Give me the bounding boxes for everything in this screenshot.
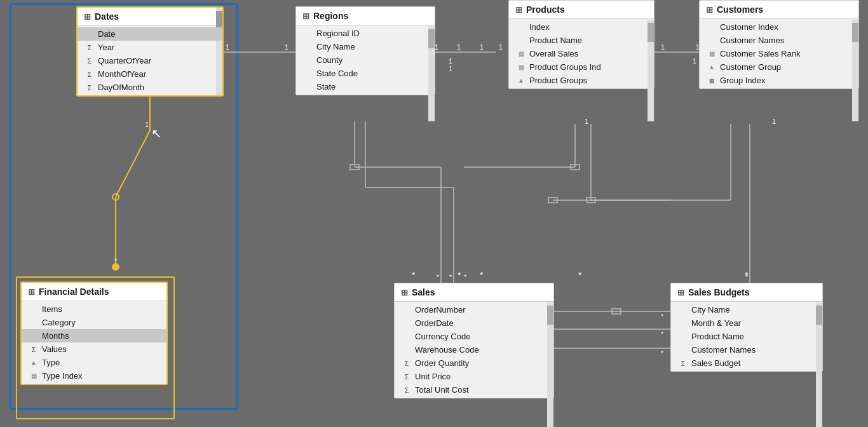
regions-table-title: Regions <box>313 11 348 21</box>
field-quarterofyear-icon: Σ <box>85 57 94 65</box>
field-months[interactable]: Months <box>22 329 166 342</box>
field-group-index[interactable]: ▦ Group Index <box>700 74 858 87</box>
field-items[interactable]: Items <box>22 302 166 316</box>
field-warehouse-code[interactable]: Warehouse Code <box>395 343 553 356</box>
field-items-label: Items <box>42 304 62 314</box>
svg-rect-28 <box>587 198 595 203</box>
field-year[interactable]: Σ Year <box>78 41 222 54</box>
field-dayofmonth[interactable]: Σ DayOfMonth <box>78 81 222 94</box>
field-total-unit-cost-label: Total Unit Cost <box>415 385 469 395</box>
svg-text:*: * <box>464 273 467 281</box>
field-customer-sales-rank[interactable]: ▦ Customer Sales Rank <box>700 47 858 60</box>
field-order-date[interactable]: OrderDate <box>395 316 553 330</box>
svg-text:*: * <box>412 270 416 280</box>
field-month-year[interactable]: Month & Year <box>671 316 822 330</box>
customers-table: ⊞ Customers Customer Index Customer Name… <box>699 0 859 89</box>
regions-table: ⊞ Regions Regional ID City Name County S… <box>295 6 435 95</box>
financial-table: ⊞ Financial Details Items Category Month… <box>20 281 168 385</box>
dates-table-header: ⊞ Dates <box>78 8 222 26</box>
field-sb-product-name-label: Product Name <box>691 332 744 341</box>
customers-table-header: ⊞ Customers <box>700 1 858 19</box>
field-customer-sales-rank-label: Customer Sales Rank <box>720 49 800 58</box>
field-total-unit-cost[interactable]: Σ Total Unit Cost <box>395 383 553 396</box>
field-product-groups[interactable]: ▲ Product Groups <box>509 74 654 87</box>
svg-text:*: * <box>578 270 582 280</box>
sales-table-header: ⊞ Sales <box>395 283 553 302</box>
field-index[interactable]: Index <box>509 20 654 34</box>
sales-table-title: Sales <box>412 287 435 297</box>
field-type-index[interactable]: ▦ Type Index <box>22 369 166 383</box>
products-table-title: Products <box>526 4 565 15</box>
field-unit-price-label: Unit Price <box>415 372 451 381</box>
field-product-groups-ind-icon: ▦ <box>517 64 526 71</box>
field-group-index-icon: ▦ <box>707 78 716 84</box>
field-overall-sales[interactable]: ▦ Overall Sales <box>509 47 654 60</box>
field-year-label: Year <box>98 43 114 52</box>
dates-table-title: Dates <box>95 11 119 22</box>
field-customer-group[interactable]: ▲ Customer Group <box>700 60 858 74</box>
svg-text:*: * <box>661 349 664 357</box>
field-customer-group-label: Customer Group <box>720 62 781 72</box>
svg-text:*: * <box>745 270 749 280</box>
field-state-code[interactable]: State Code <box>296 67 435 80</box>
regions-table-header: ⊞ Regions <box>296 7 435 25</box>
svg-text:1: 1 <box>480 43 484 51</box>
field-product-name[interactable]: Product Name <box>509 34 654 47</box>
field-county-label: County <box>316 55 342 65</box>
field-overall-sales-label: Overall Sales <box>529 49 578 58</box>
field-sb-sales-budget[interactable]: Σ Sales Budget <box>671 356 822 370</box>
svg-text:*: * <box>480 270 484 280</box>
field-quarterofyear-label: QuarterOfYear <box>98 56 151 65</box>
svg-rect-13 <box>350 165 359 170</box>
field-unit-price-icon: Σ <box>402 373 411 381</box>
field-quarterofyear[interactable]: Σ QuarterOfYear <box>78 54 222 67</box>
financial-table-body: Items Category Months Σ Values ▲ Type ▦ … <box>22 301 166 384</box>
dates-table: ⊞ Dates Date Σ Year Σ QuarterOfYear Σ Mo… <box>76 6 224 97</box>
field-city-name-r-label: City Name <box>316 42 355 51</box>
canvas: 1 * 1 1 * * 1 1 * 1 1 <box>0 0 868 427</box>
field-currency-code[interactable]: Currency Code <box>395 330 553 343</box>
field-monthofyear[interactable]: Σ MonthOfYear <box>78 67 222 81</box>
field-unit-price[interactable]: Σ Unit Price <box>395 370 553 383</box>
field-product-groups-icon: ▲ <box>517 77 526 84</box>
field-product-groups-ind[interactable]: ▦ Product Groups Ind <box>509 60 654 74</box>
field-order-number[interactable]: OrderNumber <box>395 303 553 316</box>
sales-budgets-table: ⊞ Sales Budgets City Name Month & Year P… <box>670 283 823 372</box>
svg-text:1: 1 <box>693 57 696 65</box>
field-order-number-label: OrderNumber <box>415 305 465 315</box>
svg-text:*: * <box>449 273 452 281</box>
financial-table-icon: ⊞ <box>28 287 35 297</box>
field-type[interactable]: ▲ Type <box>22 356 166 369</box>
field-order-quantity[interactable]: Σ Order Quantity <box>395 356 553 370</box>
field-county[interactable]: County <box>296 53 435 67</box>
field-regional-id-label: Regional ID <box>316 29 360 38</box>
field-date[interactable]: Date <box>78 27 222 41</box>
field-sb-city-name[interactable]: City Name <box>671 303 822 316</box>
field-regional-id[interactable]: Regional ID <box>296 27 435 40</box>
field-customer-index[interactable]: Customer Index <box>700 20 858 34</box>
field-category[interactable]: Category <box>22 316 166 329</box>
field-sb-product-name[interactable]: Product Name <box>671 330 822 343</box>
sales-budgets-table-body: City Name Month & Year Product Name Cust… <box>671 302 822 371</box>
field-state-code-label: State Code <box>316 69 358 78</box>
field-category-label: Category <box>42 318 76 327</box>
financial-table-header: ⊞ Financial Details <box>22 283 166 301</box>
svg-text:*: * <box>661 330 664 338</box>
field-year-icon: Σ <box>85 44 94 51</box>
customers-table-title: Customers <box>717 4 763 15</box>
svg-text:1: 1 <box>661 43 665 51</box>
field-values[interactable]: Σ Values <box>22 342 166 356</box>
customers-table-body: Customer Index Customer Names ▦ Customer… <box>700 19 858 88</box>
field-state[interactable]: State <box>296 80 435 93</box>
field-customer-names-label: Customer Names <box>720 36 784 45</box>
field-dayofmonth-icon: Σ <box>85 84 94 92</box>
products-table: ⊞ Products Index Product Name ▦ Overall … <box>508 0 654 89</box>
field-index-label: Index <box>529 22 550 32</box>
field-group-index-label: Group Index <box>720 76 766 85</box>
field-sb-customer-names[interactable]: Customer Names <box>671 343 822 356</box>
field-order-date-label: OrderDate <box>415 318 454 328</box>
svg-text:*: * <box>437 273 440 281</box>
field-customer-names[interactable]: Customer Names <box>700 34 858 47</box>
field-city-name-r[interactable]: City Name <box>296 40 435 53</box>
field-month-year-label: Month & Year <box>691 318 741 328</box>
